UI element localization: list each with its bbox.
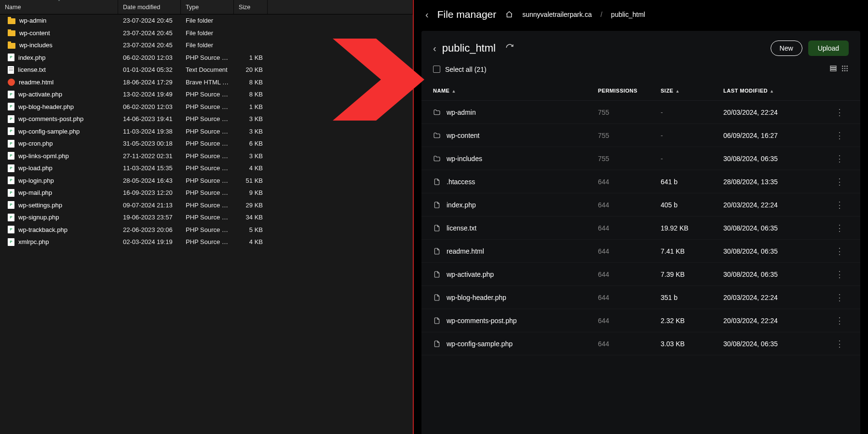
row-menu-icon[interactable]: ⋮ — [829, 269, 849, 280]
explorer-row[interactable]: readme.html18-06-2024 17:29Brave HTML Do… — [0, 76, 413, 89]
explorer-row[interactable]: wp-settings.php09-07-2024 21:13PHP Sourc… — [0, 199, 413, 212]
file-name: wp-login.php — [18, 177, 54, 184]
upload-button[interactable]: Upload — [808, 41, 849, 56]
host-row[interactable]: .htaccess644641 b28/08/2024, 13:35⋮ — [421, 170, 860, 193]
host-row[interactable]: license.txt64419.92 KB30/08/2024, 06:35⋮ — [421, 217, 860, 240]
explorer-row[interactable]: wp-admin23-07-2024 20:45File folder — [0, 14, 413, 27]
explorer-row[interactable]: wp-mail.php16-09-2023 12:20PHP Source Fi… — [0, 187, 413, 199]
explorer-row[interactable]: wp-signup.php19-06-2023 23:57PHP Source … — [0, 211, 413, 224]
select-all-label[interactable]: Select all (21) — [445, 66, 487, 73]
host-row[interactable]: wp-blog-header.php644351 b20/03/2024, 22… — [421, 286, 860, 309]
file-date: 06-02-2020 12:03 — [118, 103, 181, 110]
explorer-row[interactable]: wp-trackback.php22-06-2023 20:06PHP Sour… — [0, 224, 413, 236]
col-type[interactable]: Type — [181, 0, 234, 14]
explorer-row[interactable]: wp-includes23-07-2024 20:45File folder — [0, 39, 413, 52]
explorer-row[interactable]: wp-config-sample.php11-03-2024 19:38PHP … — [0, 125, 413, 138]
host-permissions: 644 — [598, 271, 661, 278]
host-permissions: 644 — [598, 201, 661, 209]
php-icon — [8, 176, 14, 184]
col-size[interactable]: Size — [234, 0, 268, 14]
row-menu-icon[interactable]: ⋮ — [829, 153, 849, 164]
host-permissions: 644 — [598, 294, 661, 301]
list-view-icon[interactable] — [829, 65, 837, 74]
file-size: 4 KB — [234, 238, 268, 245]
folder-icon — [433, 132, 441, 139]
file-size: 29 KB — [234, 202, 268, 209]
host-row[interactable]: index.php644405 b20/03/2024, 22:24⋮ — [421, 193, 860, 217]
file-type: PHP Source File — [181, 54, 234, 61]
select-all-checkbox[interactable] — [433, 66, 440, 73]
explorer-row[interactable]: wp-comments-post.php14-06-2023 19:41PHP … — [0, 113, 413, 125]
new-button[interactable]: New — [771, 41, 802, 56]
file-icon — [433, 317, 441, 325]
host-row[interactable]: wp-content755-06/09/2024, 16:27⋮ — [421, 124, 860, 147]
explorer-row[interactable]: wp-activate.php13-02-2024 19:49PHP Sourc… — [0, 88, 413, 101]
host-file-name: wp-content — [447, 132, 479, 139]
explorer-row[interactable]: index.php06-02-2020 12:03PHP Source File… — [0, 52, 413, 64]
host-row[interactable]: readme.html6447.41 KB30/08/2024, 06:35⋮ — [421, 240, 860, 263]
file-size: 6 KB — [234, 140, 268, 147]
php-icon — [8, 214, 14, 221]
explorer-row[interactable]: wp-login.php28-05-2024 16:43PHP Source F… — [0, 175, 413, 187]
row-menu-icon[interactable]: ⋮ — [829, 315, 849, 326]
host-permissions: 644 — [598, 247, 661, 255]
row-menu-icon[interactable]: ⋮ — [829, 176, 849, 187]
col-name[interactable]: ˄ Name — [0, 0, 118, 14]
breadcrumb-segment[interactable]: public_html — [611, 11, 645, 18]
row-menu-icon[interactable]: ⋮ — [829, 292, 849, 303]
host-row[interactable]: wp-activate.php6447.39 KB30/08/2024, 06:… — [421, 263, 860, 286]
host-modified: 20/03/2024, 22:24 — [723, 201, 829, 209]
file-date: 16-09-2023 12:20 — [118, 189, 181, 196]
file-type: PHP Source File — [181, 91, 234, 98]
php-icon — [8, 238, 14, 246]
file-size: 34 KB — [234, 214, 268, 221]
explorer-row[interactable]: wp-links-opml.php27-11-2022 02:31PHP Sou… — [0, 150, 413, 163]
file-name: wp-config-sample.php — [18, 128, 80, 135]
host-row[interactable]: wp-config-sample.php6443.03 KB30/08/2024… — [421, 332, 860, 355]
host-size: 405 b — [661, 201, 723, 209]
panel-back-icon[interactable]: ‹ — [433, 43, 436, 54]
explorer-row[interactable]: wp-blog-header.php06-02-2020 12:03PHP So… — [0, 101, 413, 113]
html-icon — [8, 79, 15, 86]
explorer-column-header[interactable]: ˄ Name Date modified Type Size — [0, 0, 413, 14]
php-icon — [8, 152, 14, 160]
file-type: PHP Source File — [181, 214, 234, 221]
host-row[interactable]: wp-comments-post.php6442.32 KB20/03/2024… — [421, 309, 860, 332]
file-date: 13-02-2024 19:49 — [118, 91, 181, 98]
explorer-row[interactable]: license.txt01-01-2024 05:32Text Document… — [0, 64, 413, 76]
explorer-row[interactable]: wp-load.php11-03-2024 15:35PHP Source Fi… — [0, 162, 413, 175]
hcol-size[interactable]: SIZE▲ — [661, 88, 723, 94]
refresh-icon[interactable] — [505, 43, 514, 54]
host-row[interactable]: wp-admin755-20/03/2024, 22:24⋮ — [421, 101, 860, 124]
file-date: 23-07-2024 20:45 — [118, 17, 181, 24]
breadcrumb-domain[interactable]: sunnyvaletrailerpark.ca — [522, 11, 592, 18]
row-menu-icon[interactable]: ⋮ — [829, 246, 849, 257]
explorer-row[interactable]: wp-content23-07-2024 20:45File folder — [0, 27, 413, 40]
php-icon — [8, 91, 14, 98]
row-menu-icon[interactable]: ⋮ — [829, 339, 849, 349]
file-date: 06-02-2020 12:03 — [118, 54, 181, 61]
host-file-name: index.php — [447, 201, 476, 209]
grid-view-icon[interactable] — [841, 65, 849, 74]
hcol-name[interactable]: NAME▲ — [433, 88, 598, 94]
panel-toolbar: ‹ public_html New Upload — [421, 31, 860, 61]
hcol-mod[interactable]: LAST MODIFIED▲ — [723, 88, 829, 94]
file-type: PHP Source File — [181, 152, 234, 160]
row-menu-icon[interactable]: ⋮ — [829, 223, 849, 233]
row-menu-icon[interactable]: ⋮ — [829, 107, 849, 118]
host-row[interactable]: wp-includes755-30/08/2024, 06:35⋮ — [421, 147, 860, 170]
file-name: readme.html — [19, 79, 54, 86]
svg-point-8 — [846, 68, 848, 69]
home-icon[interactable] — [505, 11, 514, 18]
file-date: 01-01-2024 05:32 — [118, 66, 181, 73]
file-type: PHP Source File — [181, 202, 234, 209]
row-menu-icon[interactable]: ⋮ — [829, 200, 849, 210]
col-date[interactable]: Date modified — [118, 0, 181, 14]
row-menu-icon[interactable]: ⋮ — [829, 130, 849, 141]
select-all-row: Select all (21) — [421, 61, 860, 81]
hcol-perm[interactable]: PERMISSIONS — [598, 88, 661, 94]
explorer-row[interactable]: xmlrpc.php02-03-2024 19:19PHP Source Fil… — [0, 236, 413, 248]
explorer-row[interactable]: wp-cron.php31-05-2023 00:18PHP Source Fi… — [0, 137, 413, 150]
back-icon[interactable]: ‹ — [425, 9, 429, 20]
file-date: 02-03-2024 19:19 — [118, 238, 181, 245]
